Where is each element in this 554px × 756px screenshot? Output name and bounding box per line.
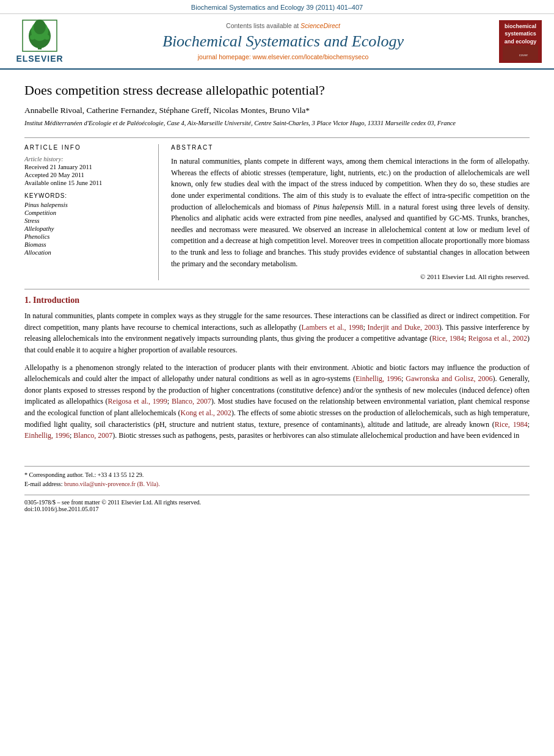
elsevier-tree-icon [21,19,58,53]
abstract-header: ABSTRACT [171,144,530,151]
ref-lambers[interactable]: Lambers et al., 1998 [302,323,363,332]
elsevier-brand-text: ELSEVIER [16,54,63,64]
author-affiliation: Institut Méditerranéen d'Ecologie et de … [24,119,530,128]
ref-rice[interactable]: Rice, 1984 [432,334,464,343]
keywords-section: Keywords: Pinus halepensis Competition S… [24,192,150,256]
keyword-phenolics: Phenolics [24,233,150,240]
keyword-biomass: Biomass [24,241,150,248]
svg-text:cover: cover [519,53,528,57]
svg-point-5 [45,35,49,40]
ref-reigosa[interactable]: Reigosa et al., 2002 [468,334,527,343]
copyright-line: © 2011 Elsevier Ltd. All rights reserved… [171,273,530,280]
article-info-header: ARTICLE INFO [24,144,150,151]
ref-kong[interactable]: Kong et al., 2002 [181,409,231,417]
intro-heading: 1. Introduction [24,296,530,305]
ref-einhellig2[interactable]: Einhellig, 1996 [24,431,70,440]
ref-einhellig[interactable]: Einhellig, 1996 [355,374,401,383]
keyword-allelopathy: Allelopathy [24,225,150,232]
abstract-column: ABSTRACT In natural communities, plants … [171,144,530,280]
keyword-stress: Stress [24,217,150,224]
footer-doi: doi:10.1016/j.bse.2011.05.017 [24,506,530,512]
journal-homepage: journal homepage: www.elsevier.com/locat… [73,53,493,60]
section-divider [24,289,530,289]
ref-blanco2[interactable]: Blanco, 2007 [73,431,112,440]
intro-paragraph-2: Allelopathy is a phenomenon strongly rel… [24,362,530,442]
article-info-abstract-section: ARTICLE INFO Article history: Received 2… [24,137,530,280]
sciencedirect-link[interactable]: ScienceDirect [301,22,340,29]
journal-cover: biochemical systematics and ecology cove… [499,20,542,63]
journal-title: Biochemical Systematics and Ecology [73,32,493,51]
main-content: Does competition stress decrease allelop… [0,70,554,460]
ref-gawronska[interactable]: Gawronska and Golisz, 2006 [406,374,492,383]
footnote-email-link[interactable]: bruno.vila@univ-provence.fr (B. Vila). [64,481,160,487]
ref-reigosa2[interactable]: Reigosa et al., 1999 [108,397,167,405]
keyword-competition: Competition [24,209,150,216]
article-title: Does competition stress decrease allelop… [24,82,530,100]
available-date: Available online 15 June 2011 [24,180,150,186]
cover-image: cover [503,45,538,60]
elsevier-logo: ELSEVIER [12,19,67,64]
journal-center: Contents lists available at ScienceDirec… [67,22,499,60]
footer-issn: 0305-1978/$ – see front matter © 2011 El… [24,499,530,506]
ref-blanco[interactable]: Blanco, 2007 [172,397,211,405]
accepted-date: Accepted 20 May 2011 [24,172,150,178]
citation-bar: Biochemical Systematics and Ecology 39 (… [0,0,554,14]
sciencedirect-line: Contents lists available at ScienceDirec… [73,22,493,29]
keywords-label: Keywords: [24,192,150,199]
ref-rice2[interactable]: Rice, 1984 [495,420,528,429]
footer-bottom: 0305-1978/$ – see front matter © 2011 El… [24,495,530,512]
footnote-email: E-mail address: bruno.vila@univ-provence… [24,479,530,489]
received-date: Received 21 January 2011 [24,164,150,170]
cover-box: biochemical systematics and ecology cove… [499,20,542,63]
keyword-allocation: Allocation [24,249,150,256]
article-info-column: ARTICLE INFO Article history: Received 2… [24,144,159,280]
keyword-pinus: Pinus halepensis [24,202,150,208]
journal-header: ELSEVIER Contents lists available at Sci… [0,14,554,70]
svg-point-3 [34,20,46,34]
citation-text: Biochemical Systematics and Ecology 39 (… [191,4,363,11]
footer: * Corresponding author. Tel.: +33 4 13 5… [24,466,530,489]
footnote-corresponding: * Corresponding author. Tel.: +33 4 13 5… [24,470,530,479]
article-authors: Annabelle Rivoal, Catherine Fernandez, S… [24,106,530,115]
svg-point-4 [30,35,35,40]
abstract-text: In natural communities, plants compete i… [171,156,530,269]
introduction-section: 1. Introduction In natural communities, … [24,296,530,442]
history-label: Article history: [24,156,150,162]
intro-paragraph-1: In natural communities, plants compete i… [24,310,530,355]
cover-title: biochemical systematics and ecology [503,23,538,46]
ref-inderjit[interactable]: Inderjit and Duke, 2003 [368,323,439,332]
